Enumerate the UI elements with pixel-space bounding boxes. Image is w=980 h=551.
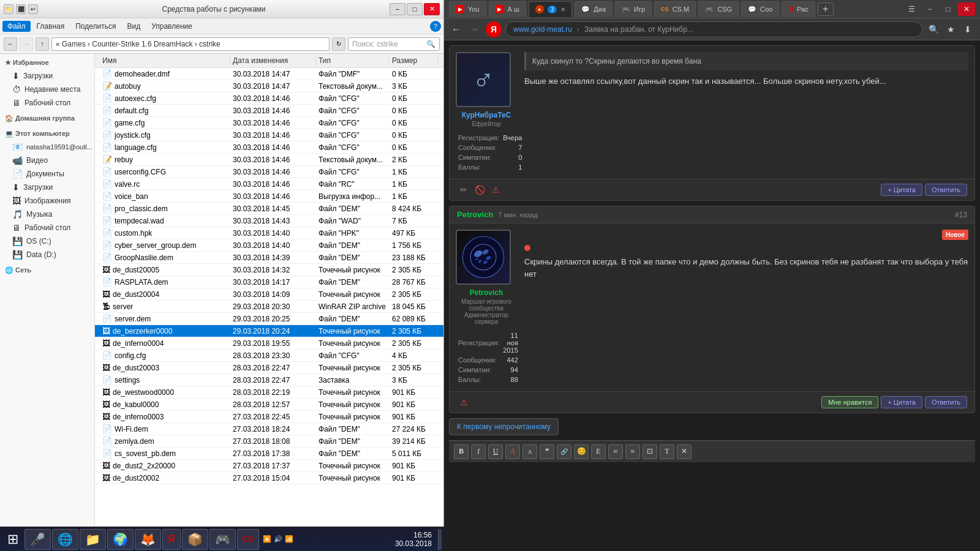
table-row[interactable]: 📄 cs_sovest_pb.dem 27.03.2018 17:38 Файл… xyxy=(95,448,443,460)
table-row[interactable]: 📄 game.cfg 30.03.2018 14:46 Файл "CFG" 0… xyxy=(95,117,443,129)
table-row[interactable]: 📄 language.cfg 30.03.2018 14:46 Файл "CF… xyxy=(95,141,443,154)
editor-underline[interactable]: U xyxy=(488,444,503,459)
editor-font-color[interactable]: A xyxy=(505,444,520,459)
table-row[interactable]: 📄 autoexec.cfg 30.03.2018 14:46 Файл "CF… xyxy=(95,92,443,105)
sidebar-item-downloads2[interactable]: ⬇ Загрузки xyxy=(0,181,94,194)
table-row[interactable]: 🖼 de_inferno0003 27.03.2018 22:45 Точечн… xyxy=(95,411,443,423)
download-button[interactable]: ⬇ xyxy=(960,22,975,37)
post-1-warn-icon[interactable]: ⚠ xyxy=(489,183,502,197)
table-row[interactable]: 📄 voice_ban 30.03.2018 14:46 Выгрузка ин… xyxy=(95,190,443,203)
table-row[interactable]: 📄 cyber_server_group.dem 30.03.2018 14:4… xyxy=(95,239,443,252)
taskbar-store[interactable]: 📦 xyxy=(182,529,208,550)
editor-bold[interactable]: B xyxy=(454,444,469,459)
table-row[interactable]: 📄 zemlya.dem 27.03.2018 18:08 Файл "DEM"… xyxy=(95,435,443,448)
quick-access-icon[interactable]: ⬛ xyxy=(16,4,26,14)
table-row[interactable]: 📄 GroopNasilie.dem 30.03.2018 14:39 Файл… xyxy=(95,252,443,264)
post-1-reply-button[interactable]: Ответить xyxy=(925,184,967,196)
taskbar-yandex[interactable]: Я xyxy=(162,529,181,550)
post-2-quote-button[interactable]: + Цитата xyxy=(881,396,922,408)
table-row[interactable]: 🖼 de_inferno0004 29.03.2018 19:55 Точечн… xyxy=(95,337,443,350)
table-row[interactable]: 🖼 de_dust20004 30.03.2018 14:09 Точечный… xyxy=(95,288,443,301)
up-button[interactable]: ↑ xyxy=(36,37,49,51)
taskbar-firefox[interactable]: 🦊 xyxy=(135,529,161,550)
tab-close-icon[interactable]: ✕ xyxy=(560,6,565,13)
tab-coo[interactable]: 💬 Соо xyxy=(741,1,779,17)
col-header-type[interactable]: Тип xyxy=(316,55,390,66)
back-button[interactable]: ← xyxy=(4,37,17,51)
taskbar-mic[interactable]: 🎤 xyxy=(24,529,51,550)
table-row[interactable]: 📄 config.cfg 28.03.2018 23:30 Файл "CFG"… xyxy=(95,350,443,362)
tab-csg[interactable]: 🎮 CSG xyxy=(698,1,739,17)
browser-close-button[interactable]: ✕ xyxy=(958,2,975,16)
table-row[interactable]: 📄 RASPLATA.dem 30.03.2018 14:17 Файл "DE… xyxy=(95,276,443,288)
sidebar-item-d-drive[interactable]: 💾 Data (D:) xyxy=(0,248,94,261)
tab-ash[interactable]: ▶ А ш xyxy=(489,1,526,17)
table-row[interactable]: 📄 default.cfg 30.03.2018 14:46 Файл "CFG… xyxy=(95,105,443,117)
forward-button[interactable]: → xyxy=(20,37,33,51)
maximize-button[interactable]: □ xyxy=(407,3,423,15)
table-row[interactable]: 📄 joystick.cfg 30.03.2018 14:46 Файл "CF… xyxy=(95,129,443,141)
menu-home[interactable]: Главная xyxy=(32,21,70,32)
taskbar-game1[interactable]: 🎮 xyxy=(209,529,236,550)
refresh-button[interactable]: ↻ xyxy=(332,37,345,51)
tab-dia[interactable]: 💬 Диа xyxy=(575,1,612,17)
browser-maximize-button[interactable]: □ xyxy=(940,2,957,16)
sidebar-item-desktop2[interactable]: 🖥 Рабочий стол xyxy=(0,221,94,234)
table-row[interactable]: 🖼 de_kabul0000 28.03.2018 12:57 Точечный… xyxy=(95,399,443,411)
col-header-name[interactable]: Имя xyxy=(100,55,230,66)
browser-back-button[interactable]: ← xyxy=(449,22,464,37)
table-row[interactable]: 🗜 server 29.03.2018 20:30 WinRAR ZIP arc… xyxy=(95,301,443,313)
address-path[interactable]: « Games › Counter-Strike 1.6 DreamHack ›… xyxy=(51,37,330,51)
table-row[interactable]: 📄 settings 28.03.2018 22:47 Заставка 3 К… xyxy=(95,374,443,386)
tab-ras[interactable]: Я Рас xyxy=(782,1,815,17)
post-1-edit-icon[interactable]: ✏ xyxy=(457,183,470,197)
menu-manage[interactable]: Управление xyxy=(146,21,197,32)
system-icon[interactable]: 📁 xyxy=(4,4,13,14)
table-row[interactable]: 📄 valve.rc 30.03.2018 14:46 Файл "RC" 1 … xyxy=(95,178,443,190)
new-tab-button[interactable]: + xyxy=(818,2,834,16)
taskbar-game2[interactable]: CS xyxy=(237,529,259,550)
sidebar-computer-header[interactable]: 💻 Этот компьютер xyxy=(0,127,94,140)
sidebar-item-desktop[interactable]: 🖥 Рабочий стол xyxy=(0,96,94,110)
table-row[interactable]: 📄 tempdecal.wad 30.03.2018 14:43 Файл "W… xyxy=(95,215,443,227)
editor-align-left[interactable]: ≡ xyxy=(608,444,623,459)
url-bar[interactable]: www.gold-meat.ru › Заявка на разбан, от … xyxy=(505,21,922,37)
table-row[interactable]: 📄 server.dem 29.03.2018 20:25 Файл "DEM"… xyxy=(95,313,443,325)
search-box[interactable]: Поиск: cstrike 🔍 xyxy=(348,37,440,51)
editor-table[interactable]: ⊡ xyxy=(643,444,657,459)
sidebar-favorites-header[interactable]: ★ Избранное xyxy=(0,56,94,69)
editor-link[interactable]: 🔗 xyxy=(557,444,571,459)
menu-file[interactable]: Файл xyxy=(2,21,31,32)
tab-active[interactable]: ● 3 ✕ xyxy=(529,1,573,17)
table-row[interactable]: 📝 autobuy 30.03.2018 14:47 Текстовый док… xyxy=(95,80,443,92)
sidebar-item-images[interactable]: 🖼 Изображения xyxy=(0,194,94,208)
sidebar-item-email[interactable]: 📧 natasha19591@outl... xyxy=(0,140,94,154)
taskbar-chrome[interactable]: 🌍 xyxy=(107,529,134,550)
editor-clear[interactable]: ✕ xyxy=(677,444,692,459)
table-row[interactable]: 📝 rebuy 30.03.2018 14:46 Текстовый докум… xyxy=(95,154,443,166)
table-row[interactable]: 🖼 de_dust20003 28.03.2018 22:47 Точечный… xyxy=(95,362,443,374)
minimize-button[interactable]: − xyxy=(390,3,405,15)
table-row[interactable]: 📄 Wi-Fi.dem 27.03.2018 18:24 Файл "DEM" … xyxy=(95,423,443,435)
tab-youtube[interactable]: ▶ You xyxy=(449,1,486,17)
sidebar-item-documents[interactable]: 📄 Документы xyxy=(0,167,94,181)
sidebar-homegroup-header[interactable]: 🏠 Домашняя группа xyxy=(0,112,94,125)
post-2-warn-icon[interactable]: ⚠ xyxy=(457,395,470,409)
sidebar-item-downloads[interactable]: ⬇ Загрузки xyxy=(0,69,94,83)
table-row[interactable]: 📄 pro_classic.dem 30.03.2018 14:45 Файл … xyxy=(95,203,443,215)
table-row[interactable]: 📄 demoheader.dmf 30.03.2018 14:47 Файл "… xyxy=(95,68,443,80)
post-1-ban-icon[interactable]: 🚫 xyxy=(473,183,486,197)
taskbar-show-desktop[interactable] xyxy=(438,529,442,550)
browser-forward-button[interactable]: → xyxy=(467,22,482,37)
browser-minimize-button[interactable]: − xyxy=(921,2,938,16)
help-button[interactable]: ? xyxy=(430,21,441,32)
editor-special[interactable]: Ε xyxy=(591,444,606,459)
post-2-reply-button[interactable]: Ответить xyxy=(925,396,967,408)
editor-emoji[interactable]: 😊 xyxy=(574,444,589,459)
post-1-quote-button[interactable]: + Цитата xyxy=(881,184,922,196)
table-row[interactable]: 🖼 de_berzerker0000 29.03.2018 20:24 Точе… xyxy=(95,325,443,337)
to-first-unread-button[interactable]: К первому непрочитанному xyxy=(449,418,559,435)
tab-game[interactable]: 🎮 Игр xyxy=(615,1,652,17)
undo-icon[interactable]: ↩ xyxy=(28,4,38,14)
sidebar-item-video[interactable]: 📹 Видео xyxy=(0,154,94,167)
